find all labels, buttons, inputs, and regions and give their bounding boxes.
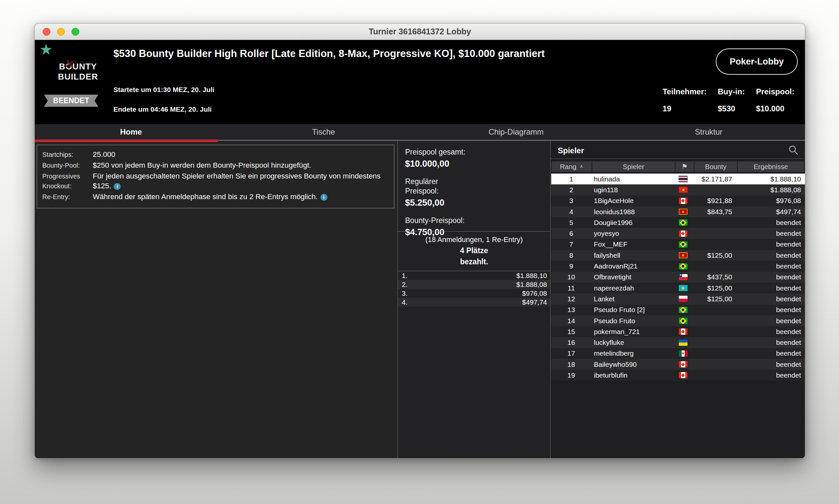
- traffic-lights: [42, 23, 79, 40]
- player-result: beendet: [735, 317, 805, 325]
- active-tab-underline: [35, 140, 217, 142]
- column-header-rang-label: Rang: [560, 163, 576, 170]
- info-row: Startchips:25.000: [42, 150, 389, 160]
- player-name: Baileywho590: [591, 361, 674, 368]
- player-flag-cell: [674, 241, 692, 248]
- column-header-ergebnisse[interactable]: Ergebnisse: [738, 161, 804, 172]
- tab-chip-diagramm[interactable]: Chip-Diagramm: [420, 124, 613, 140]
- player-row[interactable]: 14Pseudo Frutobeendet: [551, 316, 805, 326]
- player-row[interactable]: 1hulinada$2.171,87$1.888,10: [551, 174, 805, 184]
- player-name: leonidus1988: [591, 208, 674, 216]
- player-row[interactable]: 15pokerman_721beendet: [551, 326, 805, 337]
- flag-icon-montenegro: [679, 209, 687, 215]
- player-bounty: $125,00: [692, 284, 735, 292]
- flag-icon-ukraine: [679, 340, 687, 346]
- player-row[interactable]: 8failyshell$125,00beendet: [551, 250, 805, 261]
- player-row[interactable]: 13Pseudo Fruto [2]beendet: [551, 305, 805, 316]
- player-flag-cell: [674, 209, 692, 215]
- player-flag-cell: [674, 219, 692, 226]
- player-flag-cell: [674, 176, 692, 182]
- player-row[interactable]: 9AadrovanRj21beendet: [551, 261, 805, 271]
- favorite-star-icon[interactable]: ★: [39, 41, 53, 58]
- players-panel-title: Spieler: [558, 146, 584, 155]
- player-result: $1.888,10: [735, 175, 805, 183]
- player-row[interactable]: 11napereezdah$125,00beendet: [551, 283, 805, 293]
- places-paid-line2: bezahlt.: [400, 257, 548, 266]
- window-titlebar: Turnier 3616841372 Lobby: [35, 23, 805, 40]
- player-name: Pseudo Fruto [2]: [591, 306, 674, 314]
- payout-list-empty-area: [398, 307, 550, 458]
- player-flag-cell: [674, 296, 692, 302]
- search-icon[interactable]: [788, 145, 799, 156]
- player-row[interactable]: 16luckyflukebeendet: [551, 337, 805, 348]
- player-row[interactable]: 19ibeturblufinbeendet: [551, 370, 805, 380]
- info-row: Progressives Knockout:Für jeden ausgesch…: [42, 171, 389, 191]
- poker-lobby-button[interactable]: Poker-Lobby: [716, 49, 798, 75]
- flag-icon-brazil: [679, 241, 687, 248]
- player-row[interactable]: 4leonidus1988$843,75$497,74: [551, 206, 805, 217]
- flag-icon-brazil: [679, 219, 687, 226]
- column-header-rang[interactable]: Rang ∧: [552, 161, 592, 172]
- tab-tische[interactable]: Tische: [227, 124, 420, 140]
- player-flag-cell: [674, 252, 692, 258]
- player-name: Lanket: [591, 295, 674, 303]
- info-row-value: Für jeden ausgeschalteten Spieler erhalt…: [93, 171, 389, 191]
- window-title: Turnier 3616841372 Lobby: [369, 27, 471, 36]
- player-bounty: $437,50: [692, 273, 735, 281]
- player-result: beendet: [735, 262, 805, 270]
- info-row-text: $250 von jedem Buy-in werden dem Bounty-…: [93, 161, 311, 169]
- flag-icon-vietnam: [679, 187, 687, 193]
- player-rank: 5: [551, 219, 591, 227]
- player-name: failyshell: [591, 252, 674, 259]
- flag-icon-brazil: [679, 318, 687, 324]
- player-row[interactable]: 31BigAceHole$921,88$976,08: [551, 196, 805, 206]
- player-flag-cell: [674, 274, 692, 280]
- players-title-divider: [550, 159, 803, 159]
- info-row-text: Für jeden ausgeschalteten Spieler erhalt…: [93, 172, 381, 190]
- tab-struktur[interactable]: Struktur: [613, 124, 805, 140]
- info-icon[interactable]: i: [320, 194, 327, 201]
- payout-place: 3.: [402, 289, 408, 298]
- player-flag-cell: [674, 350, 692, 357]
- prizepool-panel: Preispool gesamt: $10.000,00 Regulärer P…: [398, 141, 550, 458]
- player-name: pokerman_721: [591, 328, 674, 336]
- tab-home[interactable]: Home: [35, 124, 227, 140]
- player-rank: 10: [551, 273, 591, 281]
- player-row[interactable]: 12Lanket$125,00beendet: [551, 293, 805, 304]
- player-result: beendet: [735, 306, 805, 314]
- home-tab-panel: Startchips:25.000Bounty-Pool:$250 von je…: [35, 141, 398, 458]
- player-row[interactable]: 17metelindbergbeendet: [551, 348, 805, 359]
- payout-amount: $976,08: [522, 289, 547, 298]
- player-row[interactable]: 18Baileywho590beendet: [551, 359, 805, 370]
- player-result: $1.888,08: [735, 186, 805, 194]
- player-result: beendet: [735, 349, 805, 357]
- regular-prizepool-label: Regulärer Preispool:: [405, 177, 545, 196]
- tournament-info-box: Startchips:25.000Bounty-Pool:$250 von je…: [37, 145, 394, 208]
- player-flag-cell: [674, 318, 692, 324]
- info-row-value: Während der späten Anmeldephase sind bis…: [93, 192, 389, 202]
- player-bounty: $843,75: [692, 208, 735, 216]
- info-row: Bounty-Pool:$250 von jedem Buy-in werden…: [42, 160, 389, 170]
- minimize-window-button[interactable]: [57, 28, 65, 36]
- flag-icon-canada: [679, 361, 687, 367]
- column-header-bounty[interactable]: Bounty: [695, 161, 737, 172]
- player-flag-cell: [674, 372, 692, 378]
- bounty-prizepool-label: Bounty-Preispool:: [405, 216, 545, 225]
- player-result: beendet: [735, 339, 805, 346]
- player-name: hulinada: [591, 175, 674, 183]
- player-row[interactable]: 6yoyesyobeendet: [551, 228, 805, 239]
- player-name: 1BigAceHole: [591, 197, 674, 205]
- close-window-button[interactable]: [42, 28, 51, 36]
- column-header-spieler[interactable]: Spieler: [592, 161, 675, 172]
- zoom-window-button[interactable]: [71, 28, 79, 36]
- player-row[interactable]: 2ugin118$1.888,08: [551, 184, 805, 195]
- player-flag-cell: [674, 187, 692, 193]
- player-row[interactable]: 5Dougiie1996beendet: [551, 217, 805, 228]
- player-row[interactable]: 10Ofbravetight$437,50beendet: [551, 272, 805, 283]
- player-row[interactable]: 7Fox__MEFbeendet: [551, 239, 805, 250]
- info-icon[interactable]: i: [114, 183, 121, 190]
- flag-icon-canada: [679, 328, 687, 335]
- player-rank: 14: [551, 317, 591, 325]
- column-header-flag[interactable]: ⚑: [676, 161, 694, 172]
- flag-column-icon: ⚑: [682, 163, 688, 170]
